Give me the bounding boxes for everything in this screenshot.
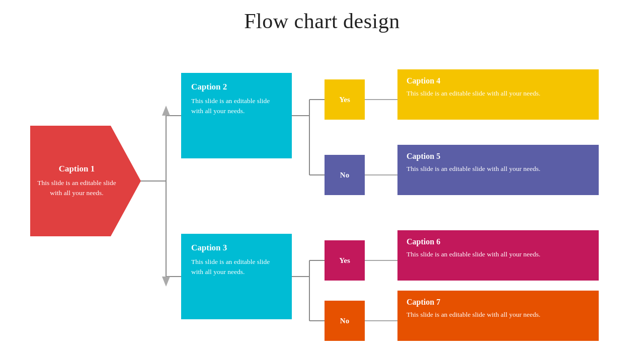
result-2-box: Caption 5 This slide is an editable slid… bbox=[397, 145, 599, 195]
result-4-box: Caption 7 This slide is an editable slid… bbox=[397, 291, 599, 341]
caption-2-title: Caption 2 bbox=[191, 82, 282, 92]
caption-2-box: Caption 2 This slide is an editable slid… bbox=[181, 73, 292, 158]
caption-5-text: This slide is an editable slide with all… bbox=[407, 164, 590, 174]
caption-6-text: This slide is an editable slide with all… bbox=[407, 249, 590, 259]
caption-3-box: Caption 3 This slide is an editable slid… bbox=[181, 234, 292, 319]
result-1-box: Caption 4 This slide is an editable slid… bbox=[397, 69, 599, 120]
caption-3-text: This slide is an editable slide with all… bbox=[191, 257, 282, 277]
caption-6-title: Caption 6 bbox=[407, 237, 590, 246]
caption-2-text: This slide is an editable slide with all… bbox=[191, 96, 282, 116]
caption-5-title: Caption 5 bbox=[407, 152, 590, 161]
result-3-box: Caption 6 This slide is an editable slid… bbox=[397, 230, 599, 281]
badge-yes-bottom: Yes bbox=[325, 240, 365, 281]
page-title: Flow chart design bbox=[0, 0, 644, 33]
badge-yes-top: Yes bbox=[325, 79, 365, 120]
caption-7-title: Caption 7 bbox=[407, 298, 590, 307]
caption-3-title: Caption 3 bbox=[191, 243, 282, 253]
badge-no-bottom: No bbox=[325, 301, 365, 341]
caption-1-container: Caption 1 This slide is an editable slid… bbox=[30, 126, 128, 236]
badge-no-top: No bbox=[325, 155, 365, 195]
caption-4-text: This slide is an editable slide with all… bbox=[407, 88, 590, 99]
flowchart: Caption 1 This slide is an editable slid… bbox=[0, 45, 644, 357]
svg-marker-5 bbox=[162, 277, 170, 287]
caption-7-text: This slide is an editable slide with all… bbox=[407, 310, 590, 320]
svg-marker-4 bbox=[162, 106, 170, 116]
caption-1-title: Caption 1 bbox=[59, 164, 95, 174]
caption-1-text: This slide is an editable slide with all… bbox=[35, 178, 118, 198]
caption-4-title: Caption 4 bbox=[407, 76, 590, 85]
